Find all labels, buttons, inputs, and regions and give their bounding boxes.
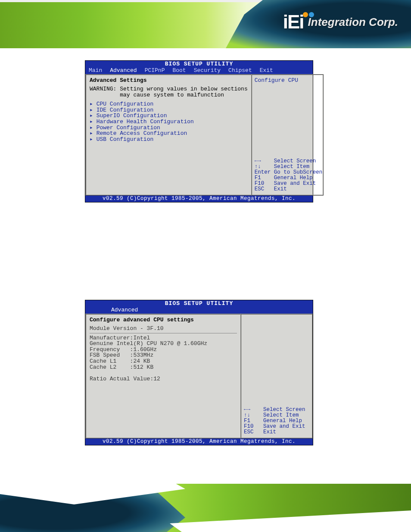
bios-key-help: ←→ Select Screen ↑↓ Select Item F1 Gener… bbox=[244, 407, 309, 436]
menu-cpu-configuration[interactable]: CPU Configuration bbox=[90, 101, 248, 107]
bios-tab-advanced[interactable]: Advanced bbox=[111, 307, 138, 313]
bios-copyright-footer: v02.59 (C)Copyright 1985-2005, American … bbox=[85, 439, 313, 445]
bios-tab-pcipnp[interactable]: PCIPnP bbox=[145, 68, 165, 74]
logo-prefix-text: iEi bbox=[283, 11, 304, 32]
bios-item-hint: Configure CPU bbox=[255, 78, 320, 84]
advanced-settings-heading: Advanced Settings bbox=[90, 78, 248, 84]
bios-body: Configure advanced CPU settings Module V… bbox=[85, 314, 313, 439]
page-footer-band bbox=[0, 484, 411, 532]
menu-usb-configuration[interactable]: USB Configuration bbox=[90, 137, 248, 143]
bios-title: BIOS SETUP UTILITY bbox=[85, 61, 313, 68]
module-version-line: Module Version - 3F.10 bbox=[90, 326, 237, 332]
logo-mark: iEi bbox=[283, 11, 304, 33]
bios-left-pane: Configure advanced CPU settings Module V… bbox=[85, 314, 240, 439]
bios-tab-bar: Advanced bbox=[85, 307, 313, 314]
brand-logo: iEi Integration Corp. bbox=[283, 11, 398, 33]
bios-tab-exit[interactable]: Exit bbox=[260, 68, 273, 74]
footer-right-swoosh-icon bbox=[170, 510, 411, 532]
page-header-band: iEi Integration Corp. bbox=[0, 0, 411, 48]
bios-tab-advanced[interactable]: Advanced bbox=[110, 68, 137, 74]
bios-left-pane: Advanced Settings WARNING: Setting wrong… bbox=[85, 74, 251, 196]
menu-ide-configuration[interactable]: IDE Configuration bbox=[90, 107, 248, 113]
logo-dots-icon bbox=[303, 12, 308, 17]
separator-line bbox=[90, 333, 237, 333]
menu-power-configuration[interactable]: Power Configuration bbox=[90, 125, 248, 131]
cpu-info-block: Manufacturer:Intel Genuine Intel(R) CPU … bbox=[90, 335, 237, 382]
bios-tab-security[interactable]: Security bbox=[194, 68, 221, 74]
bios-tab-main[interactable]: Main bbox=[89, 68, 102, 74]
bios-right-pane: Configure CPU ←→ Select Screen ↑↓ Select… bbox=[251, 74, 324, 196]
menu-remote-access-configuration[interactable]: Remote Access Configuration bbox=[90, 131, 248, 137]
bios-key-help: ←→ Select Screen ↑↓ Select Item Enter Go… bbox=[255, 159, 320, 193]
cpu-settings-heading: Configure advanced CPU settings bbox=[90, 317, 237, 323]
menu-hardware-health-configuration[interactable]: Hardware Health Configuration bbox=[90, 119, 248, 125]
bios-tab-bar: Main Advanced PCIPnP Boot Security Chips… bbox=[85, 68, 313, 75]
bios-copyright-footer: v02.59 (C)Copyright 1985-2005, American … bbox=[85, 196, 313, 202]
bios-tab-boot[interactable]: Boot bbox=[172, 68, 186, 74]
bios-tab-chipset[interactable]: Chipset bbox=[228, 68, 252, 74]
bios-submenu-list: CPU Configuration IDE Configuration Supe… bbox=[90, 101, 248, 142]
bios-title: BIOS SETUP UTILITY bbox=[85, 300, 313, 307]
bios-body: Advanced Settings WARNING: Setting wrong… bbox=[85, 74, 313, 196]
bios-screenshot-cpu-settings: BIOS SETUP UTILITY Advanced Configure ad… bbox=[85, 300, 313, 445]
menu-superio-configuration[interactable]: SuperIO Configuration bbox=[90, 113, 248, 119]
logo-brand-text: Integration Corp. bbox=[308, 16, 398, 29]
bios-right-pane: ←→ Select Screen ↑↓ Select Item F1 Gener… bbox=[240, 314, 313, 439]
bios-warning: WARNING: Setting wrong values in below s… bbox=[90, 86, 248, 98]
bios-screenshot-advanced-menu: BIOS SETUP UTILITY Main Advanced PCIPnP … bbox=[85, 60, 313, 202]
